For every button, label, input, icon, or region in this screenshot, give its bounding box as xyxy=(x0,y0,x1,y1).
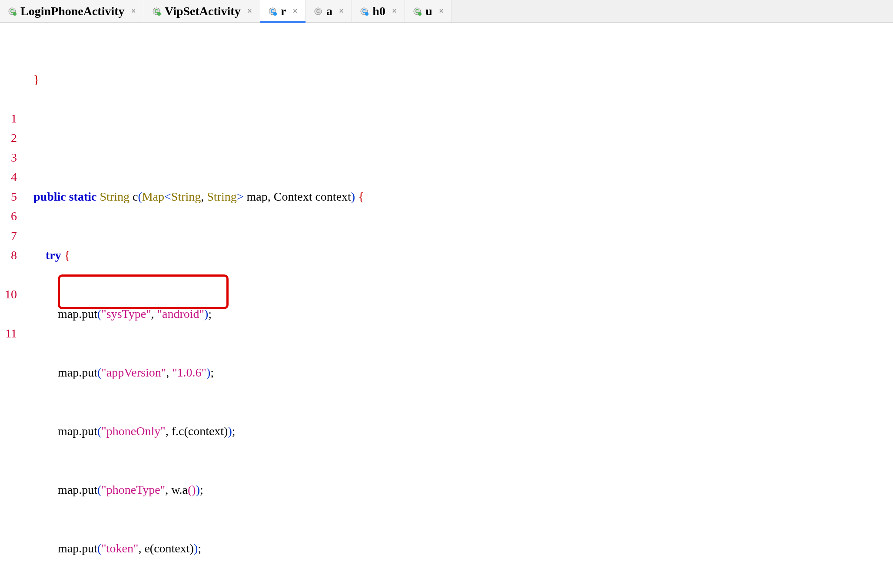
code-line[interactable]: try { xyxy=(20,245,893,265)
gutter-line-num[interactable]: 6 xyxy=(0,206,17,226)
tab-label: VipSetActivity xyxy=(165,4,241,18)
tab-r[interactable]: C r × xyxy=(260,0,306,22)
gutter-line-num[interactable]: 2 xyxy=(0,128,17,148)
tab-vip-set-activity[interactable]: C VipSetActivity × xyxy=(144,0,260,22)
close-icon[interactable]: × xyxy=(293,6,298,16)
svg-point-8 xyxy=(273,12,277,16)
gutter-line-num[interactable]: 8 xyxy=(0,245,17,265)
code-line[interactable]: } xyxy=(20,69,893,89)
interface-icon: C xyxy=(314,7,322,16)
gutter-line-num[interactable]: 10 xyxy=(0,284,17,304)
class-icon: C xyxy=(152,7,161,16)
code-line[interactable]: map.put("phoneOnly", f.c(context)); xyxy=(20,421,893,441)
gutter-blank xyxy=(0,265,17,284)
svg-point-5 xyxy=(157,12,161,16)
gutter-blank xyxy=(0,89,17,109)
gutter-line-num[interactable]: 7 xyxy=(0,226,17,245)
gutter-blank xyxy=(0,304,17,324)
svg-point-2 xyxy=(13,12,17,16)
tab-label: LoginPhoneActivity xyxy=(20,4,125,18)
gutter-blank xyxy=(0,50,17,69)
class-icon: C xyxy=(413,7,422,16)
close-icon[interactable]: × xyxy=(392,6,397,16)
class-icon: C xyxy=(268,7,277,16)
gutter-blank xyxy=(0,69,17,89)
tab-u[interactable]: C u × xyxy=(405,0,452,22)
svg-point-16 xyxy=(418,12,422,16)
gutter-line-num[interactable]: 1 xyxy=(0,109,17,128)
gutter-line-num[interactable]: 4 xyxy=(0,167,17,187)
tab-label: u xyxy=(425,4,432,18)
close-icon[interactable]: × xyxy=(247,6,252,16)
gutter-line-num[interactable]: 5 xyxy=(0,187,17,206)
close-icon[interactable]: × xyxy=(131,6,136,16)
close-icon[interactable]: × xyxy=(339,6,344,16)
code-line[interactable]: map.put("token", e(context)); xyxy=(20,538,893,558)
class-icon: C xyxy=(8,7,17,16)
tab-label: r xyxy=(281,4,286,18)
editor: 1 2 3 4 5 6 7 8 10 11 } public static St… xyxy=(0,23,893,588)
gutter-line-num[interactable]: 3 xyxy=(0,148,17,167)
code-line[interactable]: map.put("appVersion", "1.0.6"); xyxy=(20,363,893,382)
tab-login-phone-activity[interactable]: C LoginPhoneActivity × xyxy=(0,0,144,22)
svg-point-13 xyxy=(365,12,368,16)
svg-text:C: C xyxy=(316,8,320,14)
tab-h0[interactable]: C h0 × xyxy=(352,0,405,22)
close-icon[interactable]: × xyxy=(439,6,444,16)
code-line[interactable]: map.put("phoneType", w.a()); xyxy=(20,480,893,499)
class-icon: C xyxy=(360,7,368,16)
code-line[interactable]: map.put("sysType", "android"); xyxy=(20,304,893,324)
tab-bar: C LoginPhoneActivity × C VipSetActivity … xyxy=(0,0,893,23)
code-line[interactable]: public static String c(Map<String, Strin… xyxy=(20,187,893,206)
gutter-blank xyxy=(0,30,17,50)
tab-label: a xyxy=(326,4,332,18)
gutter-line-num[interactable]: 11 xyxy=(0,324,17,343)
tab-a[interactable]: C a × xyxy=(306,0,352,22)
code-area[interactable]: } public static String c(Map<String, Str… xyxy=(20,23,893,588)
gutter: 1 2 3 4 5 6 7 8 10 11 xyxy=(0,23,20,588)
tab-label: h0 xyxy=(372,4,385,18)
code-line[interactable] xyxy=(20,128,893,148)
